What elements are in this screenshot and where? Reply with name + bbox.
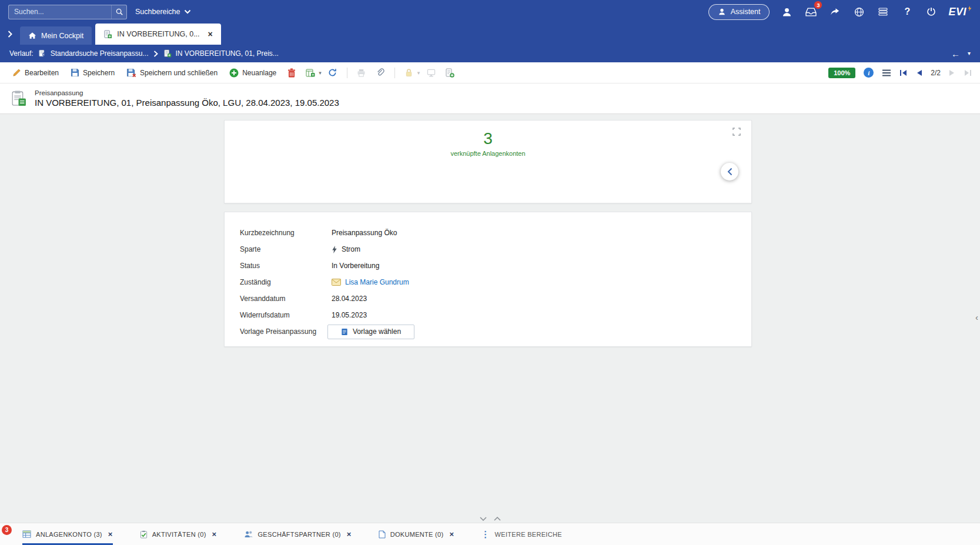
- zoom-badge[interactable]: 100%: [828, 68, 855, 78]
- linked-accounts-count[interactable]: 3: [225, 129, 751, 148]
- close-icon[interactable]: ×: [347, 530, 352, 538]
- search-list-icon: [39, 49, 47, 58]
- next-page-icon: [949, 69, 955, 76]
- activities-icon: [140, 530, 148, 539]
- bottom-tab-geschaeftspartner[interactable]: GESCHÄFTSPARTNER (0) ×: [244, 523, 352, 545]
- forward-arrow-icon[interactable]: [828, 5, 842, 19]
- responsible-person-link[interactable]: Lisa Marie Gundrum: [345, 278, 409, 286]
- delete-icon[interactable]: [284, 65, 299, 81]
- bottom-tab-label: DOKUMENTE (0): [390, 531, 444, 538]
- assistant-button[interactable]: Assistent: [708, 4, 770, 20]
- field-label: Widerrufsdatum: [240, 311, 332, 319]
- kpi-card: 3 verknüpfte Anlagenkonten: [224, 120, 752, 203]
- page-indicator: 2/2: [931, 69, 941, 77]
- first-page-icon[interactable]: [899, 69, 908, 76]
- bottom-tab-label: WEITERE BEREICHE: [495, 531, 562, 538]
- menu-icon[interactable]: [882, 69, 891, 76]
- record-type-label: Preisanpassung: [35, 89, 339, 96]
- lock-icon: [402, 65, 417, 81]
- top-bar: Suchbereiche Assistent 3: [0, 0, 980, 24]
- field-label: Vorlage Preisanpassung: [240, 327, 332, 336]
- globe-icon[interactable]: [852, 5, 866, 19]
- sidebar-expand-icon[interactable]: [2, 24, 18, 45]
- breadcrumb-bar: Verlauf: Standardsuche Preisanpassu... I…: [0, 45, 980, 62]
- close-icon[interactable]: ×: [212, 530, 217, 538]
- tab-label: IN VORBEREITUNG, 0...: [117, 30, 199, 38]
- detail-card: Kurzbezeichnung Preisanpassung Öko Spart…: [224, 212, 752, 347]
- collapse-down-icon[interactable]: [480, 517, 487, 521]
- copy-dropdown-icon[interactable]: ▾: [319, 70, 322, 76]
- refresh-icon[interactable]: [325, 65, 340, 81]
- bottom-tab-anlagenkonto[interactable]: ANLAGENKONTO (3) ×: [22, 523, 113, 545]
- bottom-tab-aktivitaeten[interactable]: AKTIVITÄTEN (0) ×: [140, 523, 217, 545]
- kpi-collapse-button[interactable]: [721, 163, 738, 180]
- user-icon[interactable]: [780, 5, 794, 19]
- history-dropdown-icon[interactable]: ▾: [968, 51, 971, 56]
- breadcrumb-label: Standardsuche Preisanpassu...: [51, 49, 149, 58]
- brand-mark-icon: [968, 6, 972, 11]
- save-button[interactable]: Speichern: [66, 66, 119, 79]
- field-value: Lisa Marie Gundrum: [332, 278, 409, 286]
- app-window: Suchbereiche Assistent 3: [0, 0, 980, 545]
- field-value-text: Strom: [342, 245, 360, 253]
- brand-logo: EVI: [948, 6, 972, 18]
- tab-label: Mein Cockpit: [41, 32, 83, 40]
- bottom-tab-dokumente[interactable]: DOKUMENTE (0) ×: [379, 523, 454, 545]
- form-row: Vorlage Preisanpassung Vorlage wählen: [240, 323, 751, 340]
- record-header: Preisanpassung IN VORBEREITUNG, 01, Prei…: [0, 83, 980, 114]
- record-title: IN VORBEREITUNG, 01, Preisanpassung Öko,…: [35, 98, 339, 108]
- breadcrumb-item-record[interactable]: IN VORBEREITUNG, 01, Preis...: [163, 49, 278, 58]
- search-input[interactable]: [9, 8, 111, 16]
- fullscreen-icon[interactable]: [733, 128, 741, 138]
- tab-active-record[interactable]: IN VORBEREITUNG, 0... ×: [95, 24, 221, 45]
- previous-page-icon[interactable]: [916, 69, 922, 76]
- bottom-tab-weitere-bereiche[interactable]: ⋮ WEITERE BEREICHE: [481, 523, 562, 545]
- right-panel-collapse-icon[interactable]: ‹: [975, 313, 978, 322]
- new-record-button[interactable]: Neuanlage: [225, 66, 280, 80]
- attachment-icon[interactable]: [373, 65, 388, 81]
- tab-bar: Mein Cockpit IN VORBEREITUNG, 0... ×: [0, 24, 980, 45]
- topbar-actions: Assistent 3 ?: [708, 4, 972, 20]
- expand-up-icon[interactable]: [494, 517, 501, 521]
- new-label: Neuanlage: [242, 69, 276, 77]
- mail-icon[interactable]: [332, 279, 341, 286]
- panel-resize-controls: [480, 517, 501, 521]
- close-icon[interactable]: ×: [108, 530, 113, 538]
- search-areas-dropdown[interactable]: Suchbereiche: [135, 8, 191, 16]
- copy-record-icon[interactable]: [303, 65, 318, 81]
- linked-accounts-caption: verknüpfte Anlagenkonten: [225, 150, 751, 157]
- info-icon[interactable]: i: [864, 68, 874, 78]
- record-titles: Preisanpassung IN VORBEREITUNG, 01, Prei…: [35, 89, 339, 108]
- help-icon[interactable]: ?: [900, 5, 914, 19]
- choose-template-button[interactable]: Vorlage wählen: [327, 325, 414, 339]
- field-value: Strom: [332, 245, 360, 253]
- field-value: 28.04.2023: [332, 295, 367, 303]
- field-label: Kurzbezeichnung: [240, 229, 332, 237]
- close-icon[interactable]: ×: [449, 530, 454, 538]
- close-icon[interactable]: ×: [208, 30, 213, 38]
- tab-mein-cockpit[interactable]: Mein Cockpit: [20, 26, 92, 45]
- form-row: Zuständig Lisa Marie Gundrum: [240, 274, 751, 290]
- search-icon[interactable]: [111, 5, 126, 19]
- lightning-icon: [332, 246, 337, 253]
- notification-badge[interactable]: 3: [2, 525, 12, 535]
- asset-account-icon: [22, 530, 31, 538]
- help-glyph: ?: [905, 6, 911, 17]
- field-value: 19.05.2023: [332, 311, 367, 319]
- monitor-icon: [423, 65, 439, 81]
- home-icon: [28, 32, 36, 39]
- history-back-icon[interactable]: ←: [951, 49, 960, 58]
- inbox-icon[interactable]: 3: [804, 5, 818, 19]
- save-close-button[interactable]: Speichern und schließen: [122, 66, 222, 80]
- list-icon[interactable]: [876, 5, 890, 19]
- breadcrumb-item-search[interactable]: Standardsuche Preisanpassu...: [39, 49, 149, 58]
- history-label: Verlauf:: [9, 49, 34, 58]
- form-row: Status In Vorbereitung: [240, 258, 751, 274]
- edit-button[interactable]: Bearbeiten: [8, 66, 63, 79]
- power-icon[interactable]: [924, 5, 938, 19]
- breadcrumb-separator-icon: [153, 51, 158, 57]
- global-search[interactable]: [8, 5, 127, 19]
- pencil-icon: [12, 68, 21, 77]
- business-partner-icon: [244, 530, 253, 538]
- add-document-icon[interactable]: [442, 65, 457, 81]
